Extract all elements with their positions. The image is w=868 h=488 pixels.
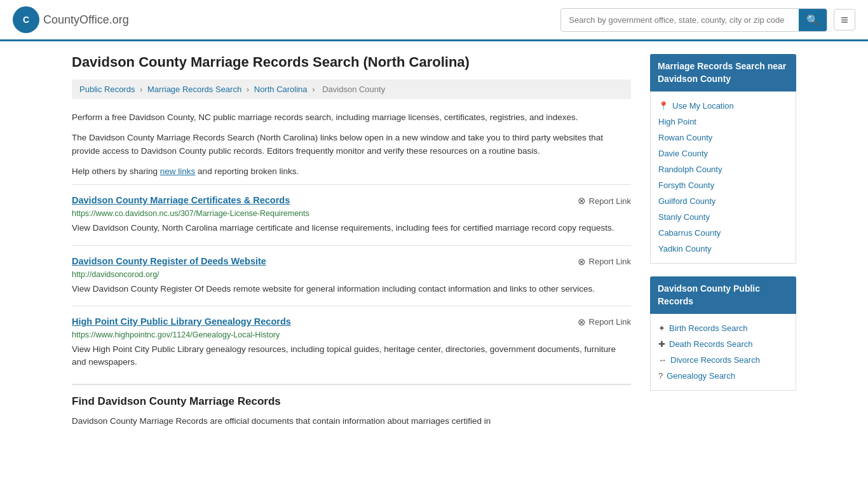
- menu-button[interactable]: ≡: [834, 9, 855, 30]
- description-p1: Perform a free Davidson County, NC publi…: [72, 111, 631, 125]
- record-item: Davidson County Marriage Certificates & …: [72, 184, 631, 245]
- record-item-header: High Point City Public Library Genealogy…: [72, 316, 631, 328]
- sidebar-nearby-link-6[interactable]: Stanly County: [658, 209, 788, 225]
- sidebar-nearby-link-2[interactable]: Davie County: [658, 146, 788, 161]
- sidebar-box1-content: 📍 Use My Location High PointRowan County…: [650, 92, 796, 264]
- sidebar-public-label-3: Genealogy Search: [667, 371, 735, 381]
- logo-icon: C: [13, 6, 39, 33]
- record-url-0: https://www.co.davidson.nc.us/307/Marria…: [72, 209, 631, 218]
- logo-name: CountyOffice: [43, 13, 109, 26]
- report-label-1: Report Link: [589, 257, 631, 266]
- report-label-2: Report Link: [589, 317, 631, 327]
- sidebar: Marriage Records Search near Davidson Co…: [650, 54, 796, 435]
- report-icon-0: ⊗: [578, 195, 586, 207]
- sidebar-nearby-link-5[interactable]: Guilford County: [658, 193, 788, 209]
- use-my-location-link[interactable]: 📍 Use My Location: [658, 98, 788, 114]
- breadcrumb-marriage-records[interactable]: Marriage Records Search: [147, 85, 241, 94]
- breadcrumb-public-records[interactable]: Public Records: [79, 85, 135, 94]
- sidebar-public-icon-1: ✚: [658, 339, 665, 349]
- logo[interactable]: C CountyOffice.org: [13, 6, 129, 33]
- sidebar-public-link-2[interactable]: ↔Divorce Records Search: [658, 352, 788, 368]
- search-button[interactable]: 🔍: [799, 9, 827, 31]
- find-section-text: Davidson County Marriage Records are off…: [72, 414, 631, 428]
- record-desc-0: View Davidson County, North Carolina mar…: [72, 222, 631, 234]
- record-url-2: https://www.highpointnc.gov/1124/Genealo…: [72, 330, 631, 339]
- record-item: High Point City Public Library Genealogy…: [72, 306, 631, 379]
- sidebar-public-label-1: Death Records Search: [669, 339, 753, 349]
- sidebar-box2-title: Davidson County Public Records: [650, 276, 796, 314]
- search-bar: 🔍: [560, 8, 827, 32]
- sidebar-nearby-link-7[interactable]: Cabarrus County: [658, 225, 788, 241]
- sidebar-public-icon-0: ✦: [658, 323, 665, 333]
- sidebar-public-link-0[interactable]: ✦Birth Records Search: [658, 320, 788, 336]
- sidebar-nearby-link-8[interactable]: Yadkin County: [658, 241, 788, 257]
- record-title-0[interactable]: Davidson County Marriage Certificates & …: [72, 195, 290, 205]
- sidebar-public-label-0: Birth Records Search: [669, 323, 748, 333]
- sidebar-public-link-3[interactable]: ?Genealogy Search: [658, 368, 788, 384]
- breadcrumb: Public Records › Marriage Records Search…: [72, 79, 631, 99]
- svg-text:C: C: [23, 15, 29, 25]
- sidebar-public-link-1[interactable]: ✚Death Records Search: [658, 336, 788, 352]
- record-item-header: Davidson County Marriage Certificates & …: [72, 195, 631, 207]
- sidebar-box-public-records: Davidson County Public Records ✦Birth Re…: [650, 276, 796, 391]
- report-icon-1: ⊗: [578, 256, 586, 268]
- location-icon: 📍: [658, 101, 668, 111]
- report-link-0[interactable]: ⊗ Report Link: [578, 195, 631, 207]
- site-header: C CountyOffice.org 🔍 ≡: [0, 0, 868, 41]
- sidebar-public-label-2: Divorce Records Search: [670, 355, 760, 365]
- sidebar-box-nearby: Marriage Records Search near Davidson Co…: [650, 54, 796, 264]
- record-desc-1: View Davidson County Register Of Deeds r…: [72, 283, 631, 295]
- sidebar-nearby-link-4[interactable]: Forsyth County: [658, 177, 788, 193]
- sidebar-nearby-links: High PointRowan CountyDavie CountyRandol…: [658, 114, 788, 257]
- record-desc-2: View High Point City Public Library gene…: [72, 343, 631, 369]
- record-title-1[interactable]: Davidson County Register of Deeds Websit…: [72, 256, 266, 266]
- page-title: Davidson County Marriage Records Search …: [72, 54, 631, 71]
- sidebar-nearby-link-0[interactable]: High Point: [658, 114, 788, 130]
- sidebar-public-icon-2: ↔: [658, 355, 667, 365]
- sidebar-public-links: ✦Birth Records Search✚Death Records Sear…: [658, 320, 788, 384]
- record-title-2[interactable]: High Point City Public Library Genealogy…: [72, 316, 291, 327]
- sidebar-box1-title: Marriage Records Search near Davidson Co…: [650, 54, 796, 92]
- sidebar-nearby-link-3[interactable]: Randolph County: [658, 161, 788, 177]
- new-links-link[interactable]: new links: [160, 166, 196, 176]
- search-input[interactable]: [561, 10, 799, 30]
- sidebar-nearby-link-1[interactable]: Rowan County: [658, 130, 788, 146]
- description-p3: Help others by sharing new links and rep…: [72, 165, 631, 179]
- breadcrumb-davidson-county: Davidson County: [322, 85, 385, 94]
- find-section-heading: Find Davidson County Marriage Records: [72, 384, 631, 408]
- record-list: Davidson County Marriage Certificates & …: [72, 184, 631, 379]
- record-url-1: http://davidsoncorod.org/: [72, 270, 631, 279]
- logo-ext: .org: [109, 13, 129, 26]
- header-controls: 🔍 ≡: [560, 8, 855, 32]
- sidebar-public-icon-3: ?: [658, 371, 663, 381]
- report-link-1[interactable]: ⊗ Report Link: [578, 256, 631, 268]
- record-item: Davidson County Register of Deeds Websit…: [72, 245, 631, 306]
- main-container: Davidson County Marriage Records Search …: [59, 41, 809, 447]
- report-icon-2: ⊗: [578, 316, 586, 328]
- report-link-2[interactable]: ⊗ Report Link: [578, 316, 631, 328]
- main-content: Davidson County Marriage Records Search …: [72, 54, 631, 435]
- logo-text: CountyOffice.org: [43, 13, 129, 27]
- sidebar-box2-content: ✦Birth Records Search✚Death Records Sear…: [650, 314, 796, 391]
- breadcrumb-north-carolina[interactable]: North Carolina: [254, 85, 308, 94]
- record-item-header: Davidson County Register of Deeds Websit…: [72, 256, 631, 268]
- report-label-0: Report Link: [589, 196, 631, 206]
- description-p2: The Davidson County Marriage Records Sea…: [72, 131, 631, 158]
